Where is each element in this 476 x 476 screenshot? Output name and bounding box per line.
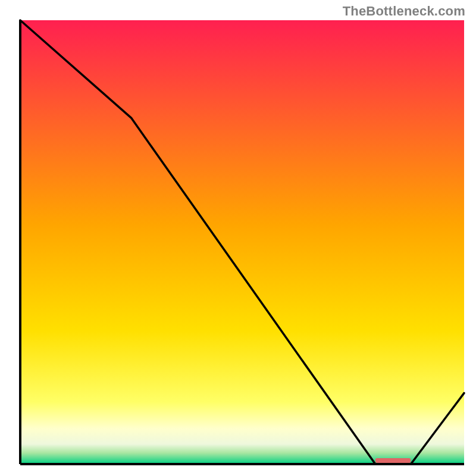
chart-svg xyxy=(0,0,476,476)
plot-background xyxy=(20,20,464,464)
optimal-range-marker xyxy=(375,458,411,463)
bottleneck-chart: TheBottleneck.com xyxy=(0,0,476,476)
